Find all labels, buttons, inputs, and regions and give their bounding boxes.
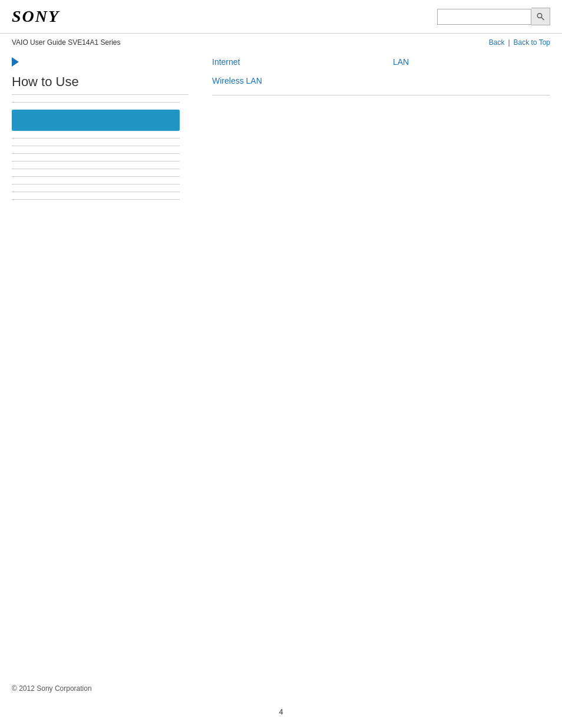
back-to-top-link[interactable]: Back to Top (514, 38, 550, 47)
content-grid: Internet Wireless LAN LAN (212, 57, 550, 95)
page-number: 4 (279, 707, 283, 716)
main-content: How to Use Internet Wireless LAN LAN (0, 51, 562, 230)
sidebar-line-2 (12, 138, 180, 139)
content-col-1: Internet Wireless LAN (212, 57, 369, 85)
guide-title: VAIO User Guide SVE14A1 Series (12, 38, 121, 47)
sidebar-line-10 (12, 199, 180, 200)
sidebar-line-7 (12, 176, 180, 177)
sidebar-line-8 (12, 184, 180, 185)
sidebar-section-title: How to Use (12, 74, 189, 95)
sidebar-line-5 (12, 161, 180, 162)
breadcrumb-nav: Back | Back to Top (489, 38, 550, 47)
sidebar-line-9 (12, 192, 180, 192)
page-header: SONY (0, 0, 562, 34)
sidebar-active-item[interactable] (12, 110, 180, 131)
svg-point-0 (537, 14, 542, 18)
sony-logo: SONY (12, 7, 59, 26)
breadcrumb-bar: VAIO User Guide SVE14A1 Series Back | Ba… (0, 34, 562, 51)
lan-link[interactable]: LAN (393, 57, 550, 67)
search-icon (536, 12, 545, 21)
sidebar-line-4 (12, 153, 180, 154)
sidebar-line-1 (12, 102, 180, 103)
search-input[interactable] (437, 9, 531, 25)
search-area (437, 8, 550, 25)
sidebar-line-6 (12, 169, 180, 169)
back-link[interactable]: Back (489, 38, 505, 47)
content-area: Internet Wireless LAN LAN (200, 57, 550, 207)
nav-separator: | (508, 38, 510, 47)
internet-link[interactable]: Internet (212, 57, 369, 67)
search-button[interactable] (531, 8, 550, 25)
wireless-lan-link[interactable]: Wireless LAN (212, 76, 369, 85)
sidebar-line-3 (12, 146, 180, 146)
content-col-2: LAN (393, 57, 550, 85)
chevron-right-icon (12, 57, 19, 67)
footer-copyright: © 2012 Sony Corporation (12, 684, 92, 693)
sidebar: How to Use (12, 57, 200, 207)
svg-line-1 (541, 18, 544, 21)
